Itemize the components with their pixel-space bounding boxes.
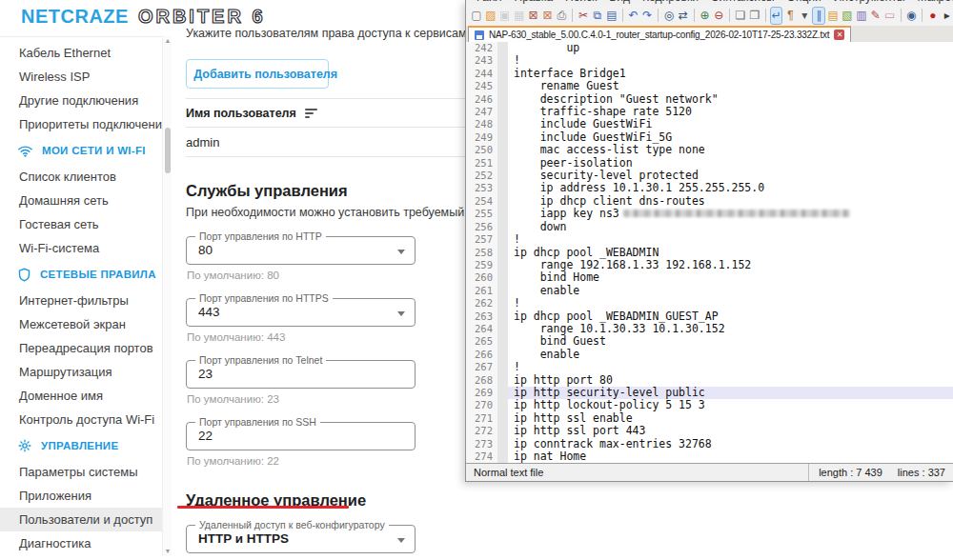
menu-item[interactable]: Опции	[787, 0, 821, 4]
close-all-icon[interactable]: ⊠	[542, 8, 554, 24]
sidebar-item[interactable]: Доменное имя	[0, 384, 162, 408]
fold-margin	[497, 118, 508, 130]
save-all-icon[interactable]: ▦	[514, 8, 525, 24]
sync-vertical-icon[interactable]: ❏	[735, 8, 746, 24]
scrollbar-thumb[interactable]	[165, 128, 171, 173]
sidebar-item[interactable]: Переадресация портов	[0, 336, 162, 360]
menu-item[interactable]: Синтаксисы	[711, 0, 775, 4]
dropdown-caret-icon[interactable]: ▾	[799, 8, 810, 24]
function-list-icon[interactable]: ▤	[827, 8, 839, 24]
zoom-out-icon[interactable]: ⊖	[713, 8, 724, 24]
line-text: traffic-shape rate 5120	[508, 106, 953, 118]
sidebar-item[interactable]: Параметры системы	[0, 460, 162, 484]
sidebar-item[interactable]: Wi-Fi-система	[0, 236, 162, 260]
close-tab-icon[interactable]: ✕	[834, 30, 844, 40]
chevron-down-icon[interactable]	[397, 311, 405, 316]
print-icon[interactable]: ⎙	[556, 8, 567, 24]
redo-icon[interactable]: ↷	[641, 8, 653, 24]
chevron-down-icon[interactable]	[397, 250, 405, 254]
replace-icon[interactable]: ⇄	[678, 8, 689, 24]
new-file-icon[interactable]: ▢	[471, 8, 482, 24]
toolbar-separator[interactable]	[901, 9, 902, 22]
copy-icon[interactable]: ⧉	[592, 8, 603, 24]
table-row[interactable]: admin	[186, 128, 466, 157]
add-user-button[interactable]: + Добавить пользователя	[186, 59, 329, 89]
zoom-in-icon[interactable]: ⊕	[700, 8, 711, 24]
chevron-down-icon[interactable]	[397, 538, 405, 543]
paste-icon[interactable]: ▤	[606, 8, 618, 24]
remote-access-select[interactable]: Удаленный доступ к веб-конфигуратору HTT…	[186, 525, 416, 553]
text-editor[interactable]: 242 up 243 ! 244 interface Bridge1 245	[466, 42, 953, 464]
sidebar-item[interactable]: Список клиентов	[0, 165, 162, 189]
find-icon[interactable]: ◎	[663, 8, 675, 24]
show-all-chars-icon[interactable]: ¶	[784, 8, 796, 24]
toolbar-separator[interactable]	[765, 9, 766, 22]
sidebar-section-management[interactable]: УПРАВЛЕНИЕ	[0, 431, 162, 460]
document-map-icon[interactable]: ▧	[841, 8, 853, 24]
cut-icon[interactable]: ✂	[578, 8, 589, 24]
scroll-up-icon[interactable]: ▲	[163, 37, 172, 44]
line-number: 263	[466, 310, 497, 323]
line-number: 251	[466, 157, 497, 170]
line-number: 246	[466, 93, 497, 106]
sidebar-item[interactable]: Гостевая сеть	[0, 212, 162, 236]
toolbar-separator[interactable]	[658, 9, 659, 22]
sidebar-item[interactable]: Приоритеты подключений	[0, 112, 162, 136]
port-input[interactable]: Порт управления по Telnet 23	[186, 360, 416, 389]
sidebar-item[interactable]: Контроль доступа Wi-Fi	[0, 408, 162, 431]
play-macro-icon[interactable]: ▸	[942, 8, 953, 24]
sidebar-scrollbar[interactable]: ▲ ▼	[162, 36, 172, 555]
sidebar-section-my-networks[interactable]: МОИ СЕТИ И WI-FI	[0, 136, 162, 165]
sidebar-item[interactable]: Интернет-фильтры	[0, 289, 162, 312]
menu-item[interactable]: Файл	[474, 0, 502, 4]
port-input[interactable]: Порт управления по SSH 22	[186, 422, 416, 450]
sidebar-section-network-rules[interactable]: СЕТЕВЫЕ ПРАВИЛА	[0, 260, 162, 289]
menu-item[interactable]: Макросы	[918, 0, 953, 4]
sort-icon[interactable]	[305, 109, 317, 118]
sidebar-item[interactable]: Диагностика	[0, 531, 162, 555]
folder-workspace-icon[interactable]: ▭	[884, 8, 896, 24]
sidebar-item[interactable]: Другие подключения	[0, 89, 162, 112]
sidebar-item[interactable]: Пользователи и доступ	[0, 508, 162, 531]
save-icon[interactable]: ▣	[499, 8, 511, 24]
file-type-status: Normal text file	[466, 467, 808, 478]
sidebar-item[interactable]: Домашняя сеть	[0, 189, 162, 212]
close-file-icon[interactable]: ⊠	[528, 8, 539, 24]
document-list-icon[interactable]: ▥	[856, 8, 867, 24]
sidebar-item[interactable]: Приложения	[0, 484, 162, 508]
port-input[interactable]: Порт управления по HTTPS 443	[186, 298, 416, 327]
open-file-icon[interactable]: ▨	[485, 8, 497, 24]
field-helper: По умолчанию: 80	[187, 270, 466, 281]
menu-item[interactable]: Кодировки	[642, 0, 699, 4]
menu-item[interactable]: Инструменты	[834, 0, 905, 4]
sidebar-item[interactable]: Маршрутизация	[0, 360, 162, 384]
toolbar-separator[interactable]	[572, 9, 573, 22]
view-eye-icon[interactable]: ◉	[905, 8, 917, 24]
toolbar-separator[interactable]	[922, 9, 923, 22]
toolbar-separator[interactable]	[729, 9, 730, 22]
undo-icon[interactable]: ↶	[627, 8, 639, 24]
record-macro-icon[interactable]: ●	[927, 8, 939, 24]
editor-line: 248 include GuestWiFi	[466, 118, 953, 130]
scroll-down-icon[interactable]: ▼	[163, 548, 172, 554]
sync-horizontal-icon[interactable]: ❐	[749, 8, 760, 24]
port-input[interactable]: Порт управления по HTTP 80	[186, 236, 416, 265]
sidebar-item[interactable]: Межсетевой экран	[0, 312, 162, 336]
model-name: ORBITER 6	[138, 6, 266, 28]
sidebar-item[interactable]: Кабель Ethernet	[0, 41, 162, 65]
editor-line: 257 !	[466, 233, 953, 246]
file-tab[interactable]: NAP-630_stable_5.00.C.4.0-1_router_start…	[468, 26, 851, 42]
menu-item[interactable]: Поиск	[565, 0, 597, 4]
toolbar: ▢ ▨ ▣ ▦ ⊠ ⊠ ⎙ ✂ ⧉ ▤ ↶ ↷ ◎	[466, 5, 953, 26]
sidebar-group-my-networks: Список клиентов Домашняя сеть Гостевая с…	[0, 165, 162, 260]
toolbar-separator[interactable]	[694, 9, 695, 22]
edit-markup-icon[interactable]: ✎	[870, 8, 882, 24]
sidebar-item[interactable]: Wireless ISP	[0, 65, 162, 89]
word-wrap-icon[interactable]: ↵	[771, 8, 782, 24]
brand-name: NETCRAZE	[21, 6, 129, 28]
line-number: 272	[466, 425, 497, 437]
toolbar-separator[interactable]	[622, 9, 623, 22]
menu-item[interactable]: Правка	[515, 0, 554, 4]
indent-guide-icon[interactable]: ∥	[813, 8, 824, 24]
menu-item[interactable]: Вид	[609, 0, 630, 4]
